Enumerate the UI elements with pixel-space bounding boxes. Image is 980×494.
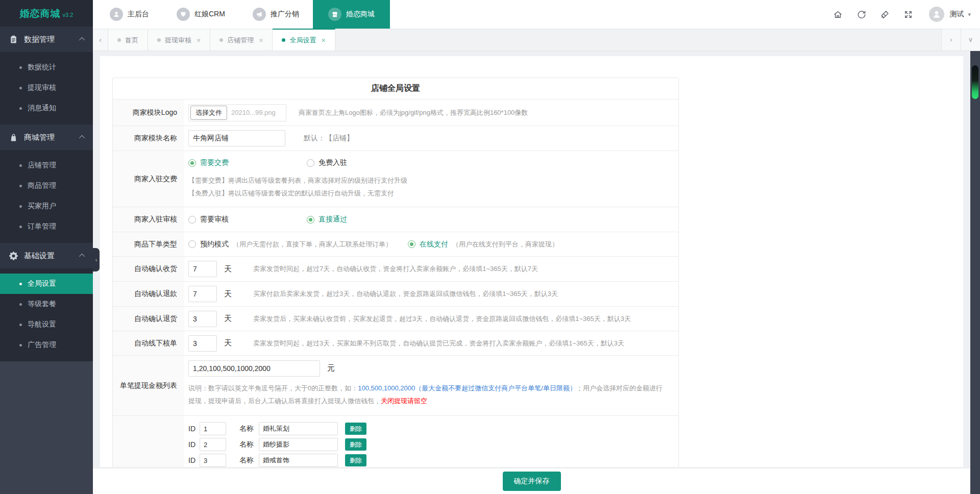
brand-version: v3.2 bbox=[63, 12, 74, 18]
field-content: ID 名称 删除 ID 名称 删除 bbox=[184, 416, 678, 467]
field-content: 天 卖家发货时间起，超过7天，自动确认收货，资金将打入卖家余额账户，必须填1~3… bbox=[184, 257, 678, 281]
refresh-icon[interactable] bbox=[849, 0, 873, 29]
scrollbar-thumb[interactable] bbox=[972, 65, 978, 99]
sidebar-item-label: 买家用户 bbox=[28, 202, 56, 211]
sidebar-item-label: 商品管理 bbox=[28, 181, 56, 190]
radio-checked-icon[interactable] bbox=[408, 240, 415, 248]
category-id-input[interactable] bbox=[200, 438, 226, 451]
sidebar-item-global-settings[interactable]: 全局设置 bbox=[0, 274, 93, 294]
category-name-input[interactable] bbox=[259, 454, 338, 467]
withdraw-note-link[interactable]: 100,500,1000,2000（最大金额不要超过微信支付商户平台单笔/单日限… bbox=[358, 384, 576, 392]
caret-down-icon[interactable]: ▾ bbox=[968, 11, 971, 18]
sidebar-item-level-packages[interactable]: 等级套餐 bbox=[0, 294, 93, 314]
choose-file-button[interactable]: 选择文件 bbox=[190, 106, 227, 120]
sidebar-item-order-management[interactable]: 订单管理 bbox=[0, 216, 93, 237]
save-button[interactable]: 确定并保存 bbox=[503, 472, 561, 491]
radio-option-appointment-mode[interactable]: 预约模式 （用户无需付款，直接下单，商家人工联系处理订单） bbox=[188, 240, 408, 249]
tab-withdraw-audit[interactable]: 提现审核 × bbox=[148, 29, 210, 51]
tabstrip-right-controls: › ∨ bbox=[941, 29, 980, 51]
sidebar-item-withdraw-audit[interactable]: 提现审核 bbox=[0, 78, 93, 98]
home-icon[interactable] bbox=[826, 0, 849, 29]
file-upload-box: 选择文件 20210...99.png bbox=[188, 104, 286, 121]
sidebar-item-shop-management[interactable]: 店铺管理 bbox=[0, 155, 93, 176]
radio-unchecked-icon[interactable] bbox=[188, 216, 196, 224]
sidebar-section-settings[interactable]: 基础设置 bbox=[0, 243, 93, 268]
close-icon[interactable]: × bbox=[259, 36, 263, 44]
radio-option-online-pay[interactable]: 在线支付 （用户在线支付到平台，商家提现） bbox=[408, 240, 558, 249]
mall-icon bbox=[9, 133, 18, 142]
category-id-input[interactable] bbox=[200, 422, 226, 435]
radio-option-free-entry[interactable]: 免费入驻 bbox=[307, 158, 347, 167]
user-avatar[interactable] bbox=[929, 7, 944, 22]
field-label: 自动确认退货 bbox=[113, 307, 184, 331]
vertical-scrollbar[interactable] bbox=[970, 51, 980, 494]
sidebar-collapse-handle[interactable]: ‹ bbox=[93, 248, 100, 271]
auto-return-days-input[interactable] bbox=[188, 311, 217, 327]
withdraw-amounts-input[interactable] bbox=[188, 360, 320, 377]
radio-option-hint: （用户无需付款，直接下单，商家人工联系处理订单） bbox=[233, 240, 392, 249]
radio-option-need-audit[interactable]: 需要审核 bbox=[188, 215, 307, 224]
radio-checked-icon[interactable] bbox=[188, 159, 196, 167]
module-name-input[interactable] bbox=[188, 130, 285, 146]
auto-offline-days-input[interactable] bbox=[188, 335, 217, 352]
auto-receive-days-input[interactable] bbox=[188, 261, 217, 277]
sidebar-item-label: 导航设置 bbox=[28, 320, 56, 329]
sidebar-item-data-stats[interactable]: 数据统计 bbox=[0, 57, 93, 78]
category-id-label: ID bbox=[188, 440, 195, 449]
tab-home[interactable]: 首页 bbox=[108, 29, 148, 51]
field-label: 商品下单类型 bbox=[113, 232, 184, 256]
radio-label: 免费入驻 bbox=[318, 158, 347, 167]
nav-item-matchmaker-crm[interactable]: 红娘CRM bbox=[163, 0, 239, 29]
sidebar-section-label: 数据管理 bbox=[24, 35, 81, 44]
radio-label: 预约模式 bbox=[200, 240, 229, 249]
field-content: 默认：【店铺】 bbox=[184, 126, 678, 151]
sidebar-section-mall[interactable]: 商城管理 bbox=[0, 125, 93, 150]
radio-option-need-fee[interactable]: 需要交费 bbox=[188, 158, 307, 167]
tabs-scroll-right-button[interactable]: › bbox=[941, 29, 961, 51]
category-name-input[interactable] bbox=[259, 422, 338, 435]
auto-refund-days-input[interactable] bbox=[188, 286, 217, 302]
category-name-input[interactable] bbox=[259, 438, 338, 451]
tabs-scroll-left-button[interactable]: ‹ bbox=[93, 29, 108, 51]
tab-label: 店铺管理 bbox=[227, 36, 254, 45]
radio-unchecked-icon[interactable] bbox=[188, 240, 196, 248]
delete-category-button[interactable]: 删除 bbox=[345, 423, 366, 435]
nav-item-marriage-mall[interactable]: 婚恋商城 bbox=[313, 0, 390, 29]
tab-shop-management[interactable]: 店铺管理 × bbox=[210, 29, 273, 51]
sidebar-item-nav-settings[interactable]: 导航设置 bbox=[0, 314, 93, 335]
form-row-entry-fee: 商家入驻交费 需要交费 免费入驻 【需要交费】将调 bbox=[113, 151, 678, 207]
tab-strip: ‹ 首页 提现审核 × 店铺管理 × 全局设置 × › ∨ bbox=[93, 29, 980, 51]
clear-cache-icon[interactable] bbox=[873, 0, 896, 29]
form-row-module-name: 商家模块名称 默认：【店铺】 bbox=[113, 126, 678, 151]
sidebar-item-label: 订单管理 bbox=[28, 222, 56, 231]
sidebar-item-ad-management[interactable]: 广告管理 bbox=[0, 335, 93, 355]
close-icon[interactable]: × bbox=[321, 36, 325, 44]
sidebar-item-buyer-users[interactable]: 买家用户 bbox=[0, 196, 93, 216]
app-window: 婚恋商城 v3.2 数据管理 数据统计 提现审核 消息通知 商城管理 店铺管理 … bbox=[0, 0, 980, 494]
category-name-label: 名称 bbox=[239, 440, 254, 449]
radio-unchecked-icon[interactable] bbox=[307, 159, 314, 167]
delete-category-button[interactable]: 删除 bbox=[345, 454, 366, 466]
sidebar-item-product-management[interactable]: 商品管理 bbox=[0, 176, 93, 196]
radio-option-direct-pass[interactable]: 直接通过 bbox=[307, 215, 347, 224]
nav-item-label: 婚恋商城 bbox=[346, 10, 375, 19]
tab-global-settings[interactable]: 全局设置 × bbox=[273, 29, 335, 51]
fullscreen-icon[interactable] bbox=[896, 0, 920, 29]
sidebar-item-label: 等级套餐 bbox=[28, 300, 56, 309]
sidebar-item-notifications[interactable]: 消息通知 bbox=[0, 98, 93, 118]
radio-checked-icon[interactable] bbox=[307, 216, 314, 224]
footer-bar: 确定并保存 bbox=[93, 468, 970, 494]
brand-logo: 婚恋商城 v3.2 bbox=[0, 0, 93, 27]
form-row-order-type: 商品下单类型 预约模式 （用户无需付款，直接下单，商家人工联系处理订单） 在线支… bbox=[113, 232, 678, 257]
sidebar-item-label: 店铺管理 bbox=[28, 161, 56, 170]
nav-item-promotion[interactable]: 推广分销 bbox=[239, 0, 313, 29]
topbar-tools: 测试 ▾ bbox=[826, 0, 980, 29]
close-icon[interactable]: × bbox=[197, 36, 201, 44]
field-label: 自动确认收货 bbox=[113, 257, 184, 281]
category-id-input[interactable] bbox=[200, 454, 226, 467]
tabs-menu-button[interactable]: ∨ bbox=[961, 29, 980, 51]
sidebar-section-data[interactable]: 数据管理 bbox=[0, 27, 93, 52]
brand-name: 婚恋商城 bbox=[20, 7, 61, 20]
nav-item-main-admin[interactable]: 主后台 bbox=[96, 0, 163, 29]
delete-category-button[interactable]: 删除 bbox=[345, 438, 366, 451]
